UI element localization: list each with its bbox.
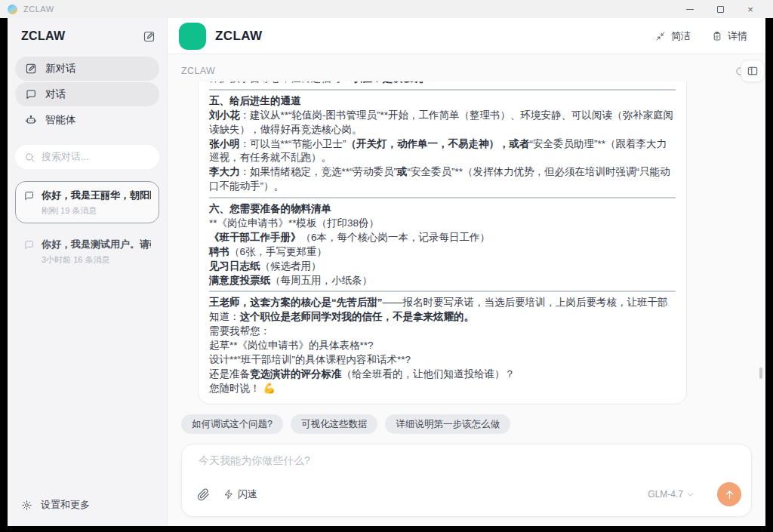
attachment-paperclip-icon[interactable] <box>197 488 210 501</box>
settings-button[interactable]: 设置和更多 <box>8 487 167 526</box>
main-panel: ZCLAW 简洁 详情 ZCLAW 保护孩子自尊心，但传递信号： <box>168 18 765 526</box>
message-line: 王老师，这套方案的核心是“先苦后甜”——报名时要写承诺，当选后要培训，上岗后要考… <box>209 296 676 324</box>
suggestion-chip[interactable]: 可视化这些数据 <box>291 414 378 434</box>
conversation-title: 你好，我是王丽华，朝阳区... <box>42 189 151 202</box>
message-line: 您随时说！ 💪 <box>209 382 676 396</box>
sidebar-app-title: ZCLAW <box>21 29 65 43</box>
collapse-icon <box>655 31 666 42</box>
search-icon <box>24 152 35 163</box>
message-line: 刘小花：建议从**“轮值岗-图书管理员”**开始，工作简单（整理书）、环境安静、… <box>209 109 676 137</box>
message-content: 保护孩子自尊心，但传递信号：职位不是铁饭碗五、给后进生的通道刘小花：建议从**“… <box>209 81 676 396</box>
composer-placeholder: 今天我能为你做些什么? <box>182 444 751 468</box>
conversation-item[interactable]: 你好，我是测试用户。请确...3小时前 16 条消息 <box>15 230 159 272</box>
chat-area: ZCLAW 保护孩子自尊心，但传递信号：职位不是铁饭碗五、给后进生的通道刘小花：… <box>168 54 765 526</box>
message-line: 《班干部工作手册》（6本，每个核心岗一本，记录每日工作） <box>209 231 676 245</box>
search-placeholder: 搜索对话... <box>42 150 89 164</box>
message-line: 保护孩子自尊心，但传递信号：职位不是铁饭碗 <box>209 81 676 86</box>
minimize-button[interactable] <box>675 0 705 18</box>
sidebar-item-1[interactable]: 对话 <box>15 82 159 106</box>
chat-icon <box>23 190 35 201</box>
chat-icon <box>25 88 37 100</box>
composer-toolbar: 闪速 GLM-4.7 <box>182 482 751 516</box>
maximize-button[interactable] <box>705 0 735 18</box>
header-actions: 简洁 详情 <box>655 29 747 43</box>
os-titlebar: ZCLAW × <box>0 0 773 18</box>
details-mode-button[interactable]: 详情 <box>712 29 747 43</box>
message-bubble: 保护孩子自尊心，但传递信号：职位不是铁饭碗五、给后进生的通道刘小花：建议从**“… <box>198 81 687 404</box>
message-line: 六、您需要准备的物料清单 <box>209 202 676 217</box>
close-icon: × <box>747 5 753 14</box>
message-line: 需要我帮您： <box>209 324 676 339</box>
app-logo-icon <box>8 5 17 14</box>
message-line: 起草**《岗位申请书》的具体表格**? <box>209 339 676 353</box>
maximize-icon <box>717 6 724 13</box>
message-line: 设计**“班干部培训”的具体课程内容和话术**? <box>209 353 676 367</box>
message-line: 五、给后进生的通道 <box>209 94 676 109</box>
main-header: ZCLAW 简洁 详情 <box>168 18 765 54</box>
conversation-meta: 3小时前 16 条消息 <box>42 254 151 266</box>
new-chat-compose-icon[interactable] <box>143 30 156 43</box>
sidebar-item-0[interactable]: 新对话 <box>15 57 159 81</box>
suggestion-chip[interactable]: 详细说明第一步该怎么做 <box>385 414 510 434</box>
sidebar-item-label: 新对话 <box>45 62 76 75</box>
window-controls: × <box>675 0 765 18</box>
sidebar: ZCLAW 新对话对话智能体 搜索对话... 你好，我是王丽华，朝阳区...刚刚… <box>8 18 168 526</box>
message-line: 满意度投票纸（每周五用，小纸条） <box>209 274 676 288</box>
send-button[interactable] <box>717 482 741 506</box>
quick-mode-button[interactable]: 闪速 <box>223 487 257 501</box>
model-name: GLM-4.7 <box>648 489 683 500</box>
brand-logo-icon <box>179 23 206 50</box>
robot-icon <box>25 114 37 126</box>
quick-mode-label: 闪速 <box>238 487 257 501</box>
assistant-message: 保护孩子自尊心，但传递信号：职位不是铁饭碗五、给后进生的通道刘小花：建议从**“… <box>198 81 687 404</box>
chat-tools <box>735 60 765 82</box>
lightning-icon <box>223 489 234 500</box>
model-selector[interactable]: GLM-4.7 <box>648 489 694 500</box>
message-line: 还是准备竞选演讲的评分标准（给全班看的，让他们知道投给谁）？ <box>209 367 676 382</box>
search-input[interactable]: 搜索对话... <box>15 145 159 169</box>
message-line: 李大力：如果情绪稳定，竞选**“劳动委员”或“安全委员”**（发挥体力优势，但必… <box>209 165 676 194</box>
composer[interactable]: 今天我能为你做些什么? 闪速 GLM-4.7 <box>181 444 752 517</box>
conversation-title: 你好，我是测试用户。请确... <box>42 238 151 251</box>
window-title: ZCLAW <box>23 5 54 14</box>
message-line: 张小明：可以当**“节能小卫士”（开关灯，动作单一，不易走神），或者“安全委员助… <box>209 137 676 166</box>
message-divider <box>209 89 676 91</box>
minimize-icon <box>686 9 694 10</box>
settings-label: 设置和更多 <box>41 498 90 512</box>
compose-icon <box>25 63 37 75</box>
arrow-up-icon <box>724 489 735 500</box>
conversation-item[interactable]: 你好，我是王丽华，朝阳区...刚刚 19 条消息 <box>15 181 159 223</box>
concise-mode-button[interactable]: 简洁 <box>655 29 691 43</box>
message-divider <box>209 291 676 292</box>
assistant-name-label: ZCLAW <box>181 66 215 76</box>
sidebar-header: ZCLAW <box>8 18 167 51</box>
details-label: 详情 <box>728 29 747 43</box>
sidebar-nav: 新对话对话智能体 <box>15 57 159 132</box>
gear-icon <box>21 500 32 511</box>
conversation-meta: 刚刚 19 条消息 <box>42 205 151 217</box>
scrollbar-thumb[interactable] <box>759 367 762 379</box>
panel-toggle-button[interactable] <box>741 60 765 82</box>
clipboard-icon <box>712 31 722 42</box>
suggestion-chip[interactable]: 如何调试这个问题? <box>181 414 283 434</box>
message-line: **《岗位申请书》**模板（打印38份） <box>209 217 676 231</box>
brand-name: ZCLAW <box>215 29 262 44</box>
message-line: 聘书（6张，手写更郑重） <box>209 245 676 260</box>
concise-label: 简洁 <box>671 29 691 43</box>
conversation-list: 你好，我是王丽华，朝阳区...刚刚 19 条消息你好，我是测试用户。请确...3… <box>15 181 159 272</box>
close-button[interactable]: × <box>735 0 765 18</box>
app-window: ZCLAW 新对话对话智能体 搜索对话... 你好，我是王丽华，朝阳区...刚刚… <box>8 18 765 526</box>
sidebar-item-label: 智能体 <box>45 113 76 127</box>
suggestion-chips: 如何调试这个问题?可视化这些数据详细说明第一步该怎么做 <box>181 414 510 434</box>
chat-icon <box>23 239 35 251</box>
sidebar-item-label: 对话 <box>45 88 66 101</box>
sidebar-item-2[interactable]: 智能体 <box>15 108 159 132</box>
message-line: 见习日志纸（候选者用） <box>209 260 676 274</box>
chevron-down-icon <box>686 490 694 499</box>
message-divider <box>209 197 676 198</box>
